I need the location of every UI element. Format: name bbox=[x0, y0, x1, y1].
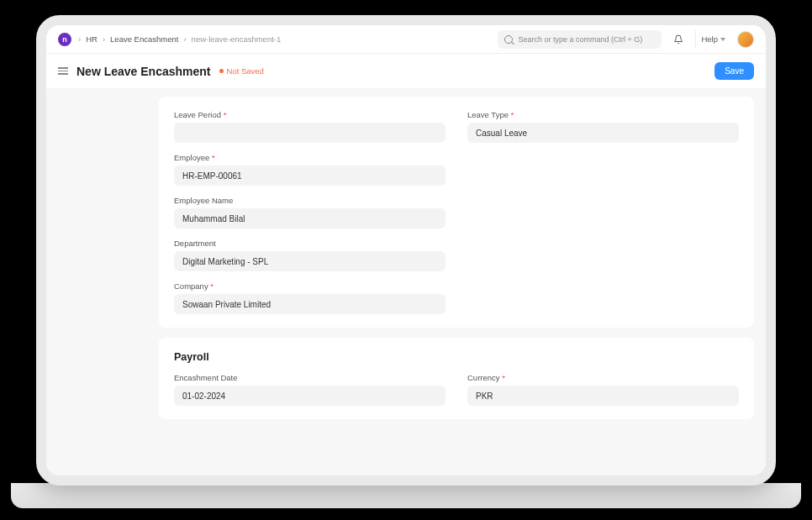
chevron-down-icon bbox=[720, 38, 725, 41]
bell-icon bbox=[673, 34, 683, 45]
field-department: Department bbox=[174, 239, 446, 271]
breadcrumb-item-hr[interactable]: HR bbox=[86, 34, 98, 44]
form-col-left: Leave Period * Employee * Employee Name bbox=[174, 110, 446, 314]
department-input[interactable] bbox=[174, 251, 446, 271]
required-marker: * bbox=[224, 110, 227, 119]
app-logo-icon[interactable]: n bbox=[58, 33, 71, 46]
avatar[interactable] bbox=[737, 31, 754, 48]
required-marker: * bbox=[210, 281, 214, 291]
currency-input[interactable] bbox=[467, 386, 739, 406]
encashment-date-input[interactable] bbox=[174, 386, 446, 406]
notifications-button[interactable] bbox=[668, 30, 688, 49]
content-area: Leave Period * Employee * Employee Name bbox=[46, 88, 766, 475]
field-label: Employee Name bbox=[174, 196, 446, 205]
chevron-right-icon: › bbox=[103, 34, 105, 44]
field-leave-type: Leave Type * bbox=[467, 110, 739, 143]
section-title-payroll: Payroll bbox=[174, 351, 739, 363]
company-input[interactable] bbox=[174, 294, 446, 314]
form-card-payroll: Payroll Encashment Date Currency * bbox=[159, 338, 754, 419]
employee-name-input[interactable] bbox=[174, 208, 446, 228]
laptop-frame: n › HR › Leave Encashment › new-leave-en… bbox=[36, 15, 776, 486]
field-label: Employee * bbox=[174, 153, 446, 162]
field-label: Company * bbox=[174, 281, 446, 291]
leave-type-input[interactable] bbox=[467, 123, 739, 143]
save-button[interactable]: Save bbox=[714, 62, 754, 80]
field-label: Encashment Date bbox=[174, 373, 446, 382]
help-label: Help bbox=[701, 34, 718, 44]
field-encashment-date: Encashment Date bbox=[174, 373, 446, 406]
form-col-right: Leave Type * bbox=[467, 110, 739, 314]
search-placeholder: Search or type a command (Ctrl + G) bbox=[518, 35, 642, 44]
field-company: Company * bbox=[174, 281, 446, 314]
search-input[interactable]: Search or type a command (Ctrl + G) bbox=[498, 30, 662, 49]
field-label: Department bbox=[174, 239, 446, 248]
page-title: New Leave Encashment bbox=[76, 65, 211, 78]
laptop-base bbox=[11, 483, 801, 508]
field-label: Currency * bbox=[467, 373, 739, 382]
breadcrumb-current: new-leave-encashment-1 bbox=[192, 34, 282, 44]
leave-period-input[interactable] bbox=[174, 123, 446, 143]
search-icon bbox=[504, 35, 513, 44]
breadcrumb-item-leave-encashment[interactable]: Leave Encashment bbox=[110, 34, 178, 44]
app-screen: n › HR › Leave Encashment › new-leave-en… bbox=[46, 25, 766, 475]
field-leave-period: Leave Period * bbox=[174, 110, 446, 143]
form-grid: Leave Period * Employee * Employee Name bbox=[174, 110, 739, 314]
required-marker: * bbox=[511, 110, 514, 119]
field-employee: Employee * bbox=[174, 153, 446, 186]
required-marker: * bbox=[212, 153, 215, 162]
field-label: Leave Type * bbox=[467, 110, 739, 119]
breadcrumb: › HR › Leave Encashment › new-leave-enca… bbox=[78, 34, 281, 44]
form-card-main: Leave Period * Employee * Employee Name bbox=[159, 97, 754, 328]
field-label: Leave Period * bbox=[174, 110, 446, 119]
chevron-right-icon: › bbox=[183, 34, 186, 44]
form-col-left: Encashment Date bbox=[174, 373, 446, 406]
help-button[interactable]: Help bbox=[695, 30, 730, 49]
employee-input[interactable] bbox=[174, 165, 446, 186]
topbar: n › HR › Leave Encashment › new-leave-en… bbox=[46, 25, 766, 54]
required-marker: * bbox=[502, 373, 505, 382]
status-badge: Not Saved bbox=[219, 66, 264, 76]
field-currency: Currency * bbox=[467, 373, 739, 406]
field-employee-name: Employee Name bbox=[174, 196, 446, 228]
chevron-right-icon: › bbox=[78, 34, 81, 44]
menu-icon[interactable] bbox=[58, 67, 68, 75]
titlebar: New Leave Encashment Not Saved Save bbox=[46, 54, 766, 88]
form-col-right: Currency * bbox=[467, 373, 739, 406]
form-grid-payroll: Encashment Date Currency * bbox=[174, 373, 739, 406]
